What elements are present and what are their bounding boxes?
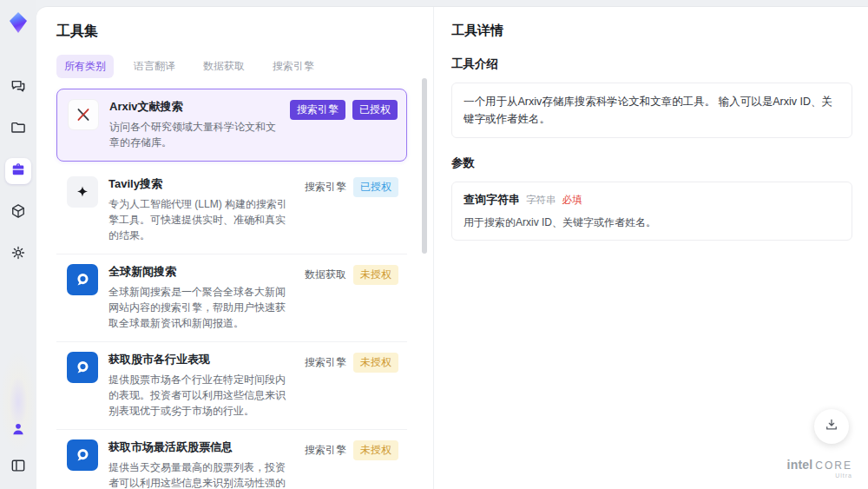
tab-language-translation[interactable]: 语言翻译 [126,55,183,78]
sidebar-rail [0,0,36,489]
category-label: 数据获取 [305,265,346,285]
folder-icon [10,119,27,140]
list-scrollbar-thumb[interactable] [422,78,427,254]
core-wordmark: CORE [815,460,852,471]
category-label: 搜索引擎 [305,440,346,460]
sidebar-item-settings[interactable] [5,241,31,268]
news-blue-icon [67,352,98,383]
tool-description: 提供当天交易量最高的股票列表，投资者可以利用这些信息来识别流动性强的股票和潜在的… [108,459,294,489]
intel-wordmark: intel [787,459,813,471]
tool-details-panel: 工具详情 工具介绍 一个用于从Arxiv存储库搜索科学论文和文章的工具。 输入可… [434,7,868,489]
tab-search-engine[interactable]: 搜索引擎 [265,55,322,78]
tool-name: 全球新闻搜索 [108,264,294,280]
content-sheet: 工具集 所有类别 语言翻译 数据获取 搜索引擎 A [36,7,868,489]
tool-item-global-news[interactable]: 全球新闻搜索 全球新闻搜索是一个聚合全球各大新闻网站内容的搜索引擎，帮助用户快速… [56,254,407,342]
page-title: 工具集 [56,23,419,41]
download-button[interactable] [814,409,849,444]
tool-item-arxiv[interactable]: Arxiv文献搜索 访问各个研究领域大量科学论文和文章的存储库。 搜索引擎 已授… [56,89,407,162]
intro-text: 一个用于从Arxiv存储库搜索科学论文和文章的工具。 输入可以是Arxiv ID… [464,93,840,128]
tool-list: Arxiv文献搜索 访问各个研究领域大量科学论文和文章的存储库。 搜索引擎 已授… [56,89,419,489]
tool-name: 获取市场最活跃股票信息 [108,439,294,455]
tools-list-panel: 工具集 所有类别 语言翻译 数据获取 搜索引擎 A [36,7,434,489]
param-card: 查询字符串 字符串 必填 用于搜索的Arxiv ID、关键字或作者姓名。 [451,182,852,241]
intro-heading: 工具介绍 [451,56,852,72]
intel-core-logo: intel CORE Ultra [787,459,852,479]
category-badge: 搜索引擎 [290,100,345,120]
status-badge: 未授权 [353,265,398,285]
gear-icon [10,244,27,265]
status-badge: 已授权 [352,100,398,120]
ultra-sub-label: Ultra [787,472,852,479]
cube-icon [10,202,27,223]
panel-toggle-icon [10,457,27,478]
param-required-flag: 必填 [562,194,582,207]
tavily-star-icon [67,176,98,208]
status-badge: 已授权 [353,177,398,197]
tool-description: 全球新闻搜索是一个聚合全球各大新闻网站内容的搜索引擎，帮助用户快速获取全球最新资… [108,284,294,331]
news-blue-icon [67,264,98,295]
tool-name: 获取股市各行业表现 [108,352,294,367]
intro-card: 一个用于从Arxiv存储库搜索科学论文和文章的工具。 输入可以是Arxiv ID… [451,83,852,138]
param-type: 字符串 [526,194,556,207]
category-label: 搜索引擎 [305,353,346,373]
sidebar-item-models[interactable] [5,200,31,226]
tool-item-active-stocks[interactable]: 获取市场最活跃股票信息 提供当天交易量最高的股票列表，投资者可以利用这些信息来识… [56,430,407,489]
sidebar-item-collapse[interactable] [5,454,31,480]
tool-item-sector-performance[interactable]: 获取股市各行业表现 提供股票市场各个行业在特定时间段内的表现。投资者可以利用这些… [56,342,407,430]
param-description: 用于搜索的Arxiv ID、关键字或作者姓名。 [464,215,840,230]
chat-icon [10,77,27,98]
status-badge: 未授权 [353,353,398,373]
app-window: 工具集 所有类别 语言翻译 数据获取 搜索引擎 A [0,0,868,489]
tool-name: Tavily搜索 [108,176,294,192]
app-logo [6,10,30,35]
category-tabs: 所有类别 语言翻译 数据获取 搜索引擎 [56,55,419,78]
status-badge: 未授权 [353,440,398,460]
sidebar-item-chat[interactable] [5,75,31,101]
details-title: 工具详情 [451,23,852,39]
sidebar-item-tools[interactable] [5,158,31,184]
tool-item-tavily[interactable]: Tavily搜索 专为人工智能代理 (LLM) 构建的搜索引擎工具。可快速提供实… [56,167,407,254]
tool-description: 访问各个研究领域大量科学论文和文章的存储库。 [109,119,279,150]
user-icon [10,420,27,441]
sidebar-item-files[interactable] [5,116,31,142]
briefcase-icon [10,161,27,182]
download-icon [824,417,839,436]
tab-all-categories[interactable]: 所有类别 [56,55,114,78]
params-heading: 参数 [451,155,852,171]
category-label: 搜索引擎 [305,177,346,197]
tab-data-acquisition[interactable]: 数据获取 [195,55,253,78]
arxiv-icon [68,99,99,130]
tool-name: Arxiv文献搜索 [109,99,279,115]
param-name: 查询字符串 [464,192,520,208]
news-blue-icon [67,439,98,471]
sidebar-item-account[interactable] [5,418,31,444]
tool-description: 提供股票市场各个行业在特定时间段内的表现。投资者可以利用这些信息来识别表现优于或… [108,372,294,419]
tool-description: 专为人工智能代理 (LLM) 构建的搜索引擎工具。可快速提供实时、准确和真实的结… [108,196,294,243]
